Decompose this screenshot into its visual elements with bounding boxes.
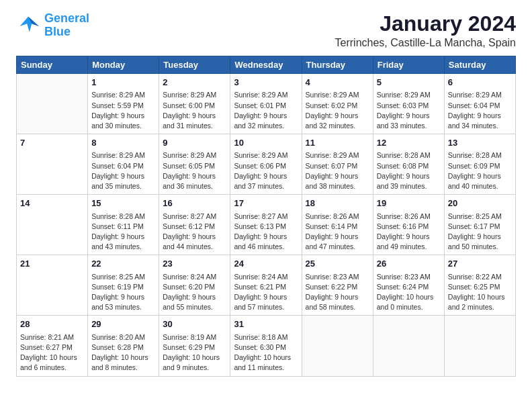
calendar-cell: 6Sunrise: 8:29 AMSunset: 6:04 PMDaylight… — [444, 74, 515, 134]
day-number: 13 — [448, 137, 512, 149]
logo-text: General Blue — [44, 12, 89, 39]
calendar-cell: 23Sunrise: 8:24 AMSunset: 6:20 PMDayligh… — [159, 255, 230, 316]
day-number: 1 — [91, 77, 155, 89]
day-info: Sunrise: 8:19 AMSunset: 6:29 PMDaylight:… — [163, 332, 226, 373]
col-wednesday: Wednesday — [230, 56, 302, 74]
calendar-cell: 20Sunrise: 8:25 AMSunset: 6:17 PMDayligh… — [444, 195, 515, 255]
day-number: 11 — [306, 137, 369, 149]
logo-icon — [16, 15, 40, 36]
calendar-cell — [373, 316, 444, 376]
calendar-cell: 12Sunrise: 8:28 AMSunset: 6:08 PMDayligh… — [373, 134, 444, 195]
calendar-cell: 13Sunrise: 8:28 AMSunset: 6:09 PMDayligh… — [444, 134, 515, 195]
day-number: 23 — [163, 258, 226, 270]
calendar-table: Sunday Monday Tuesday Wednesday Thursday… — [16, 56, 516, 376]
main-title: January 2024 — [335, 12, 516, 36]
calendar-row: 2122Sunrise: 8:25 AMSunset: 6:19 PMDayli… — [17, 255, 516, 316]
day-info: Sunrise: 8:22 AMSunset: 6:25 PMDaylight:… — [448, 272, 512, 313]
calendar-cell: 25Sunrise: 8:23 AMSunset: 6:22 PMDayligh… — [302, 255, 373, 316]
day-number: 19 — [377, 197, 441, 210]
calendar-cell: 8Sunrise: 8:29 AMSunset: 6:04 PMDaylight… — [88, 134, 159, 195]
calendar-cell — [302, 316, 373, 376]
day-number: 26 — [377, 258, 441, 270]
day-info: Sunrise: 8:20 AMSunset: 6:28 PMDaylight:… — [91, 332, 155, 373]
col-friday: Friday — [373, 56, 444, 74]
calendar-cell: 24Sunrise: 8:24 AMSunset: 6:21 PMDayligh… — [230, 255, 302, 316]
calendar-cell: 3Sunrise: 8:29 AMSunset: 6:01 PMDaylight… — [230, 74, 302, 134]
day-info: Sunrise: 8:29 AMSunset: 6:05 PMDaylight:… — [163, 150, 226, 191]
day-number: 2 — [163, 77, 226, 89]
day-number: 30 — [163, 318, 226, 330]
calendar-cell: 4Sunrise: 8:29 AMSunset: 6:02 PMDaylight… — [302, 74, 373, 134]
calendar-cell — [17, 74, 88, 134]
day-number: 8 — [91, 137, 155, 149]
day-number: 25 — [306, 258, 369, 270]
calendar-cell: 27Sunrise: 8:22 AMSunset: 6:25 PMDayligh… — [444, 255, 515, 316]
day-info: Sunrise: 8:23 AMSunset: 6:22 PMDaylight:… — [306, 272, 369, 313]
day-info: Sunrise: 8:27 AMSunset: 6:13 PMDaylight:… — [234, 212, 298, 253]
page: General Blue January 2024 Terrinches, Ca… — [0, 0, 532, 385]
calendar-cell: 16Sunrise: 8:27 AMSunset: 6:12 PMDayligh… — [159, 195, 230, 255]
calendar-cell: 11Sunrise: 8:29 AMSunset: 6:07 PMDayligh… — [302, 134, 373, 195]
day-info: Sunrise: 8:28 AMSunset: 6:11 PMDaylight:… — [91, 212, 155, 253]
day-info: Sunrise: 8:28 AMSunset: 6:09 PMDaylight:… — [448, 150, 512, 191]
day-number: 3 — [234, 77, 298, 89]
day-info: Sunrise: 8:21 AMSunset: 6:27 PMDaylight:… — [20, 332, 84, 373]
day-number: 31 — [234, 318, 298, 330]
day-number: 5 — [377, 77, 441, 89]
day-number: 14 — [20, 197, 84, 210]
day-number: 16 — [163, 197, 226, 210]
calendar-cell: 2Sunrise: 8:29 AMSunset: 6:00 PMDaylight… — [159, 74, 230, 134]
day-number: 4 — [306, 77, 369, 89]
calendar-cell — [444, 316, 515, 376]
calendar-cell: 9Sunrise: 8:29 AMSunset: 6:05 PMDaylight… — [159, 134, 230, 195]
calendar-cell: 21 — [17, 255, 88, 316]
calendar-cell: 17Sunrise: 8:27 AMSunset: 6:13 PMDayligh… — [230, 195, 302, 255]
day-info: Sunrise: 8:25 AMSunset: 6:17 PMDaylight:… — [448, 212, 512, 253]
day-info: Sunrise: 8:29 AMSunset: 5:59 PMDaylight:… — [91, 90, 155, 131]
calendar-cell: 29Sunrise: 8:20 AMSunset: 6:28 PMDayligh… — [88, 316, 159, 376]
day-info: Sunrise: 8:29 AMSunset: 6:06 PMDaylight:… — [234, 150, 298, 191]
day-number: 9 — [163, 137, 226, 149]
calendar-row: 1415Sunrise: 8:28 AMSunset: 6:11 PMDayli… — [17, 195, 516, 255]
calendar-header-row: Sunday Monday Tuesday Wednesday Thursday… — [17, 56, 516, 74]
day-number: 15 — [91, 197, 155, 210]
day-info: Sunrise: 8:29 AMSunset: 6:07 PMDaylight:… — [306, 150, 369, 191]
calendar-cell: 31Sunrise: 8:18 AMSunset: 6:30 PMDayligh… — [230, 316, 302, 376]
day-number: 29 — [91, 318, 155, 330]
subtitle: Terrinches, Castille-La Mancha, Spain — [335, 37, 516, 49]
day-number: 18 — [306, 197, 369, 210]
calendar-cell: 5Sunrise: 8:29 AMSunset: 6:03 PMDaylight… — [373, 74, 444, 134]
calendar-cell: 19Sunrise: 8:26 AMSunset: 6:16 PMDayligh… — [373, 195, 444, 255]
day-number: 27 — [448, 258, 512, 270]
day-number: 10 — [234, 137, 298, 149]
calendar-cell: 7 — [17, 134, 88, 195]
calendar-cell: 15Sunrise: 8:28 AMSunset: 6:11 PMDayligh… — [88, 195, 159, 255]
day-info: Sunrise: 8:23 AMSunset: 6:24 PMDaylight:… — [377, 272, 441, 313]
day-info: Sunrise: 8:29 AMSunset: 6:03 PMDaylight:… — [377, 90, 441, 131]
day-number: 28 — [20, 318, 84, 330]
day-number: 24 — [234, 258, 298, 270]
calendar-cell: 28Sunrise: 8:21 AMSunset: 6:27 PMDayligh… — [17, 316, 88, 376]
day-info: Sunrise: 8:18 AMSunset: 6:30 PMDaylight:… — [234, 332, 298, 373]
header: General Blue January 2024 Terrinches, Ca… — [16, 12, 516, 49]
logo: General Blue — [16, 12, 89, 39]
day-number: 12 — [377, 137, 441, 149]
calendar-cell: 22Sunrise: 8:25 AMSunset: 6:19 PMDayligh… — [88, 255, 159, 316]
day-info: Sunrise: 8:29 AMSunset: 6:04 PMDaylight:… — [448, 90, 512, 131]
col-thursday: Thursday — [302, 56, 373, 74]
day-number: 6 — [448, 77, 512, 89]
day-info: Sunrise: 8:27 AMSunset: 6:12 PMDaylight:… — [163, 212, 226, 253]
calendar-cell: 26Sunrise: 8:23 AMSunset: 6:24 PMDayligh… — [373, 255, 444, 316]
day-info: Sunrise: 8:26 AMSunset: 6:14 PMDaylight:… — [306, 212, 369, 253]
title-block: January 2024 Terrinches, Castille-La Man… — [335, 12, 516, 49]
day-info: Sunrise: 8:28 AMSunset: 6:08 PMDaylight:… — [377, 150, 441, 191]
day-number: 21 — [20, 258, 84, 270]
col-sunday: Sunday — [17, 56, 88, 74]
calendar-row: 1Sunrise: 8:29 AMSunset: 5:59 PMDaylight… — [17, 74, 516, 134]
day-number: 20 — [448, 197, 512, 210]
calendar-cell: 10Sunrise: 8:29 AMSunset: 6:06 PMDayligh… — [230, 134, 302, 195]
day-info: Sunrise: 8:26 AMSunset: 6:16 PMDaylight:… — [377, 212, 441, 253]
calendar-cell: 1Sunrise: 8:29 AMSunset: 5:59 PMDaylight… — [88, 74, 159, 134]
day-info: Sunrise: 8:24 AMSunset: 6:21 PMDaylight:… — [234, 272, 298, 313]
calendar-cell: 30Sunrise: 8:19 AMSunset: 6:29 PMDayligh… — [159, 316, 230, 376]
